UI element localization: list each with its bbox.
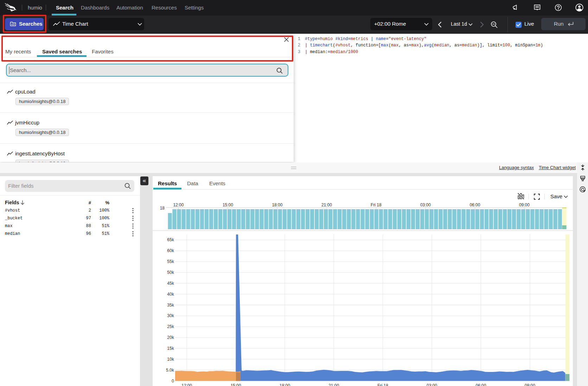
svg-text:20k: 20k — [167, 335, 174, 340]
svg-text:0: 0 — [172, 379, 174, 384]
svg-text:10k: 10k — [167, 357, 174, 362]
svg-text:35k: 35k — [167, 303, 174, 308]
svg-text:Fri 18: Fri 18 — [377, 383, 388, 386]
svg-text:5.0k: 5.0k — [166, 368, 174, 373]
svg-text:60k: 60k — [167, 248, 174, 253]
svg-text:15k: 15k — [167, 346, 174, 351]
svg-text:55k: 55k — [167, 259, 174, 264]
svg-text:15:00: 15:00 — [230, 383, 241, 386]
svg-text:50k: 50k — [167, 270, 174, 275]
svg-text:65k: 65k — [167, 237, 174, 242]
svg-text:09:00: 09:00 — [519, 202, 530, 207]
svg-text:15:00: 15:00 — [223, 202, 233, 207]
svg-text:21:00: 21:00 — [321, 202, 332, 207]
svg-text:03:00: 03:00 — [427, 383, 437, 386]
svg-text:12:00: 12:00 — [173, 202, 184, 207]
svg-text:09:00: 09:00 — [525, 383, 535, 386]
svg-text:25k: 25k — [167, 324, 174, 329]
svg-text:40k: 40k — [167, 292, 174, 297]
svg-text:30k: 30k — [167, 313, 174, 318]
svg-text:12:00: 12:00 — [181, 383, 192, 386]
svg-text:06:00: 06:00 — [475, 383, 486, 386]
svg-text:Fri 18: Fri 18 — [371, 202, 382, 207]
svg-text:45k: 45k — [167, 281, 174, 286]
svg-text:18:00: 18:00 — [272, 202, 282, 207]
svg-text:21:00: 21:00 — [328, 383, 339, 386]
svg-text:06:00: 06:00 — [469, 202, 480, 207]
svg-text:18:00: 18:00 — [280, 383, 290, 386]
svg-text:03:00: 03:00 — [420, 202, 431, 207]
svg-text:18: 18 — [160, 206, 165, 211]
